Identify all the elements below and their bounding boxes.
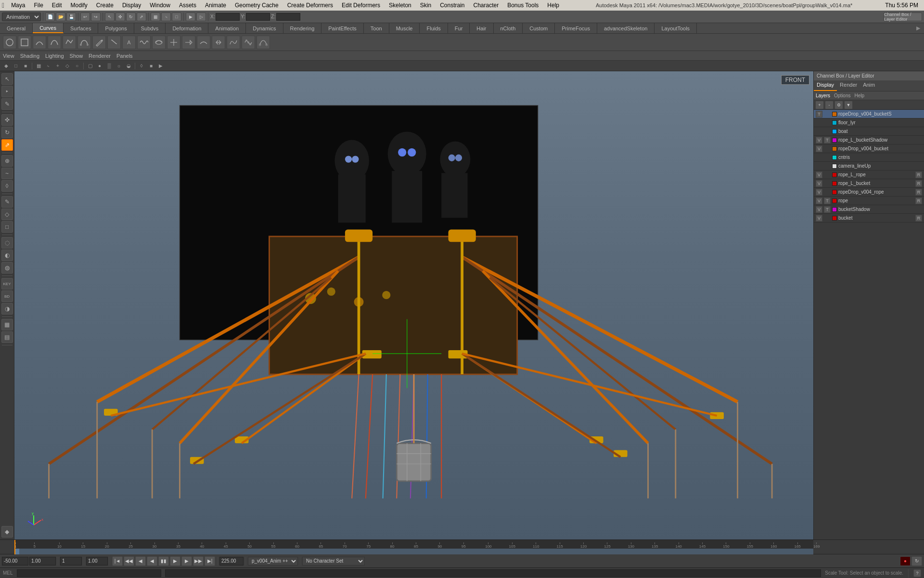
tab-layers[interactable]: Layers: [816, 93, 830, 98]
layer-row[interactable]: V rope_L_rope R: [814, 171, 924, 179]
sculpt-tool-btn[interactable]: ◇: [1, 209, 13, 220]
curve-pencil-btn[interactable]: [92, 36, 106, 49]
layer-ref-btn[interactable]: R: [915, 171, 922, 178]
layer-ref-btn[interactable]: R: [915, 215, 922, 222]
delete-layer-btn[interactable]: -: [825, 101, 833, 109]
curve-rebuild-btn[interactable]: [242, 36, 255, 49]
tab-polygons[interactable]: Polygons: [98, 23, 134, 33]
menu-skin[interactable]: Skin: [416, 1, 435, 10]
play-back-btn[interactable]: ◀: [147, 556, 157, 566]
toolbar-ipr[interactable]: ▷: [196, 13, 206, 21]
select-tool-btn[interactable]: ↖: [1, 73, 13, 85]
help-btn[interactable]: ?: [913, 569, 921, 577]
snap-to-curve-btn[interactable]: ⍀: [44, 62, 52, 70]
tab-display[interactable]: Display: [814, 81, 837, 91]
layer-options-btn[interactable]: ▼: [845, 101, 852, 109]
viewport-shading-menu[interactable]: Shading: [20, 53, 39, 59]
anim-layer-input[interactable]: [219, 557, 244, 565]
tab-custom[interactable]: Custom: [523, 23, 555, 33]
toolbar-save[interactable]: 💾: [66, 13, 76, 21]
toolbar-redo[interactable]: ↪: [91, 13, 101, 21]
menu-assets[interactable]: Assets: [175, 1, 200, 10]
curve-intersect-btn[interactable]: [167, 36, 180, 49]
menu-help[interactable]: Help: [543, 1, 563, 10]
layer-row[interactable]: V T rope_L_bucketShadow: [814, 136, 924, 144]
curve-wave-btn[interactable]: [137, 36, 151, 49]
next-key-btn[interactable]: ▶▶: [193, 556, 204, 566]
layer-row[interactable]: V bucket R: [814, 214, 924, 223]
menu-maya[interactable]: Maya: [7, 1, 29, 10]
render-btn[interactable]: ▶: [156, 62, 165, 70]
ghost-btn[interactable]: ◑: [1, 303, 13, 315]
set-key-btn[interactable]: KEY: [1, 278, 13, 289]
tab-anim[interactable]: Anim: [860, 81, 878, 91]
display-smooth-btn[interactable]: ●: [95, 62, 104, 70]
tab-deformation[interactable]: Deformation: [166, 23, 208, 33]
curve-arc-btn[interactable]: [33, 36, 46, 49]
tab-paint-effects[interactable]: PaintEffects: [321, 23, 364, 33]
tab-toon[interactable]: Toon: [364, 23, 389, 33]
layer-vis-btn[interactable]: V: [816, 145, 822, 152]
select-hierarchy-btn[interactable]: ◆: [2, 62, 11, 70]
toolbar-scale[interactable]: ⇗: [137, 13, 146, 21]
layer-vis-btn[interactable]: V: [816, 215, 822, 222]
layer-settings-btn[interactable]: ⚙: [835, 101, 843, 109]
curve-circle-btn[interactable]: [3, 36, 16, 49]
layer-row[interactable]: T ropeDrop_v004_bucketS: [814, 110, 924, 118]
curve-square-btn[interactable]: [18, 36, 31, 49]
cycle-btn[interactable]: ↻: [911, 556, 922, 566]
paint-select-btn[interactable]: ✎: [1, 98, 13, 110]
lasso-tool-btn[interactable]: ‣: [1, 86, 13, 97]
world-btn[interactable]: ◆: [1, 526, 13, 538]
move-tool-btn[interactable]: ✜: [1, 114, 13, 126]
tab-render[interactable]: Render: [837, 81, 860, 91]
timeline-area[interactable]: 1510152025303540455055606570758085909510…: [0, 539, 924, 554]
timeline-range[interactable]: [14, 549, 813, 554]
tab-options[interactable]: Options: [834, 93, 850, 98]
curve-reverse-btn[interactable]: [212, 36, 225, 49]
viewport-renderer-menu[interactable]: Renderer: [89, 53, 111, 59]
goto-end-btn[interactable]: ▶|: [205, 556, 215, 566]
snap-to-point-btn[interactable]: +: [53, 62, 62, 70]
select-object-btn[interactable]: □: [12, 62, 20, 70]
layer-vis-btn[interactable]: V: [816, 180, 822, 187]
tab-subdivs[interactable]: Subdvs: [134, 23, 166, 33]
toolbar-select[interactable]: ↖: [105, 13, 115, 21]
menu-edit-deformers[interactable]: Edit Deformers: [338, 1, 384, 10]
menu-constrain[interactable]: Constrain: [436, 1, 468, 10]
layer-vis-btn[interactable]: V: [816, 197, 822, 204]
goto-start-btn[interactable]: |◄: [112, 556, 123, 566]
tab-primefocus[interactable]: PrimeFocus: [555, 23, 597, 33]
snap-to-grid-btn[interactable]: ▦: [34, 62, 43, 70]
tab-fluids[interactable]: Fluids: [420, 23, 448, 33]
layer-vis-btn[interactable]: V: [816, 189, 822, 196]
viewport-panels-menu[interactable]: Panels: [116, 53, 133, 59]
tab-rendering[interactable]: Rendering: [283, 23, 322, 33]
channel-box-toggle[interactable]: Channel Box / Layer Editor: [884, 13, 922, 21]
viewport-view-menu[interactable]: View: [3, 53, 14, 59]
char-set-selector[interactable]: No Character Set: [302, 557, 365, 565]
create-joint-btn[interactable]: ◌: [1, 237, 13, 249]
layer-ref-btn[interactable]: R: [915, 197, 922, 204]
layer-ref-btn[interactable]: R: [915, 180, 922, 187]
curve-tool-btn[interactable]: ✎: [1, 196, 13, 208]
snap-to-view-btn[interactable]: ◇: [63, 62, 72, 70]
curve-cv-btn[interactable]: [48, 36, 61, 49]
prev-key-btn[interactable]: ◀◀: [124, 556, 134, 566]
y-input[interactable]: [246, 13, 270, 21]
toolbar-new[interactable]: 📄: [45, 13, 55, 21]
menu-geometry-cache[interactable]: Geometry Cache: [231, 1, 282, 10]
tab-fur[interactable]: Fur: [448, 23, 470, 33]
display-texture-btn[interactable]: ▒: [105, 62, 114, 70]
select-component-btn[interactable]: ■: [21, 62, 30, 70]
curve-smooth-btn[interactable]: [227, 36, 240, 49]
layer-row[interactable]: boat: [814, 127, 924, 136]
menu-animate[interactable]: Animate: [201, 1, 230, 10]
layer-vis-btn[interactable]: V: [816, 206, 822, 213]
toolbar-snap-grid[interactable]: ▦: [151, 13, 160, 21]
soft-mod-btn[interactable]: ~: [1, 168, 13, 179]
range-start-input[interactable]: [2, 557, 28, 565]
toolbar-rotate[interactable]: ↻: [126, 13, 136, 21]
tab-curves[interactable]: Curves: [33, 23, 64, 33]
snap-to-live-btn[interactable]: ○: [73, 62, 81, 70]
